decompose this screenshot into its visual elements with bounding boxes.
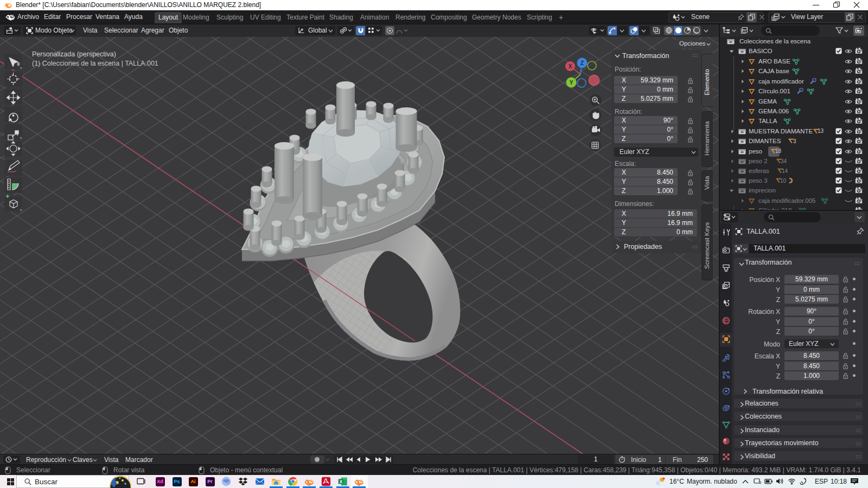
svg-text:Y: Y (570, 80, 573, 86)
svg-text:Z: Z (580, 60, 584, 66)
svg-text:X: X (569, 63, 572, 69)
